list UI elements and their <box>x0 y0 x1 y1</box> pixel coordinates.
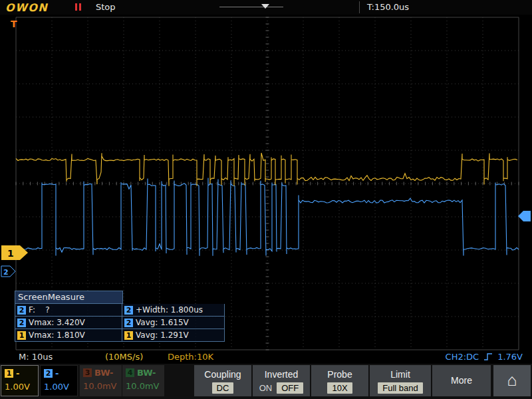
ch2-badge: 2 <box>44 369 53 378</box>
memory-depth-readout: Depth:10K <box>168 352 213 362</box>
limit-value[interactable]: Full band <box>378 382 422 394</box>
measure-cell: 2 F: ? <box>15 304 122 317</box>
probe-menu-button[interactable]: Probe 10X <box>311 365 368 396</box>
measure-value: Vavg: 1.615V <box>136 318 189 327</box>
ch2-marker-label: 2 <box>3 268 9 277</box>
channel-4-button[interactable]: 4 BW- 10.0mV <box>122 365 164 396</box>
channel-badge: 2 <box>124 319 133 327</box>
measure-value: Vmax: 1.810V <box>29 331 85 340</box>
trigger-level-value: 1.76V <box>497 352 523 362</box>
channel-2-button[interactable]: 2 - 1.00V <box>40 365 78 396</box>
ch3-coupling-tag: BW- <box>94 368 113 378</box>
measure-value: +Width: 1.800us <box>136 305 203 315</box>
inverted-on-option[interactable]: ON <box>259 383 273 393</box>
ch1-scale: 1.00V <box>5 382 38 392</box>
acquisition-state: Stop <box>96 2 116 12</box>
horizontal-position-bar <box>219 7 283 7</box>
coupling-menu-button[interactable]: Coupling DC <box>194 365 251 396</box>
channel-3-button[interactable]: 3 BW- 10.0mV <box>80 365 122 396</box>
limit-label: Limit <box>370 369 431 380</box>
probe-value[interactable]: 10X <box>327 382 352 394</box>
bottom-menu-bar: 1 - 1.00V 2 - 1.00V 3 BW- 10.0mV 4 BW- 1… <box>0 364 532 399</box>
ch4-scale: 10.0mV <box>126 381 164 391</box>
trigger-level-arrow[interactable] <box>518 211 531 221</box>
probe-label: Probe <box>311 369 368 380</box>
trigger-source: CH2:DC <box>446 352 479 362</box>
oscilloscope-screen: T 1 2 OWON Stop T:150.0us ScreenMeasure … <box>0 0 532 399</box>
measure-row: 2 F: ? 2 +Width: 1.800us <box>15 304 225 317</box>
ch4-badge: 4 <box>126 368 134 377</box>
measure-panel-title: ScreenMeasure <box>15 291 123 304</box>
inverted-menu-button[interactable]: Inverted ON OFF <box>253 365 310 396</box>
channel-badge: 1 <box>124 331 133 340</box>
measure-cell: 1 Vavg: 1.291V <box>122 329 225 342</box>
trigger-time-readout: T:150.0us <box>367 2 409 12</box>
trigger-position-indicator: T <box>11 19 17 29</box>
pause-icon <box>75 3 81 11</box>
samplerate-readout: (10MS/s) <box>105 352 143 362</box>
limit-menu-button[interactable]: Limit Full band <box>370 365 431 396</box>
measure-row: 1 Vmax: 1.810V 1 Vavg: 1.291V <box>15 329 225 342</box>
topbar-divider <box>359 1 360 13</box>
channel-badge: 2 <box>124 306 133 315</box>
channel-badge: 2 <box>17 306 26 315</box>
ch1-coupling-tag: - <box>16 368 19 378</box>
status-bar: M: 10us (10MS/s) Depth:10K CH2:DC 1.76V <box>0 351 532 364</box>
ch3-badge: 3 <box>83 368 92 377</box>
inverted-off-option[interactable]: OFF <box>277 382 303 394</box>
measure-cell: 2 Vavg: 1.615V <box>122 317 225 329</box>
measure-value: Vmax: 3.420V <box>29 318 85 327</box>
channel-badge: 1 <box>17 331 26 340</box>
measure-row: 2 Vmax: 3.420V 2 Vavg: 1.615V <box>15 317 225 329</box>
horizontal-position-marker-icon[interactable] <box>261 4 269 9</box>
ch2-zero-marker[interactable]: 2 <box>1 266 15 277</box>
home-icon: ⌂ <box>493 365 531 395</box>
coupling-label: Coupling <box>194 369 251 380</box>
measure-cell: 2 +Width: 1.800us <box>122 304 225 317</box>
coupling-value[interactable]: DC <box>212 382 234 394</box>
ch4-coupling-tag: BW- <box>137 368 156 378</box>
ch1-marker-label: 1 <box>7 248 14 259</box>
timebase-readout: M: 10us <box>19 352 53 362</box>
inverted-label: Inverted <box>253 369 310 380</box>
more-label: More <box>432 375 491 386</box>
ch2-scale: 1.00V <box>44 382 77 392</box>
ch1-zero-marker[interactable]: 1 <box>1 245 28 260</box>
owon-logo: OWON <box>5 1 48 14</box>
measure-value: F: ? <box>29 305 50 315</box>
top-status-bar: OWON Stop T:150.0us <box>0 0 532 15</box>
channel-1-button[interactable]: 1 - 1.00V <box>1 365 39 396</box>
home-button[interactable]: ⌂ <box>493 365 531 396</box>
ch2-coupling-tag: - <box>55 368 59 378</box>
measure-cell: 2 Vmax: 3.420V <box>15 317 122 329</box>
measure-value: Vavg: 1.291V <box>136 331 189 340</box>
ch1-badge: 1 <box>5 369 13 378</box>
rising-edge-icon <box>483 352 493 361</box>
trigger-readout: CH2:DC 1.76V <box>446 352 523 362</box>
screen-measure-panel: ScreenMeasure 2 F: ? 2 +Width: 1.800us 2… <box>15 291 225 342</box>
measure-cell: 1 Vmax: 1.810V <box>15 329 122 342</box>
channel-badge: 2 <box>17 319 26 327</box>
ch3-scale: 10.0mV <box>83 381 122 391</box>
more-menu-button[interactable]: More <box>432 365 491 396</box>
